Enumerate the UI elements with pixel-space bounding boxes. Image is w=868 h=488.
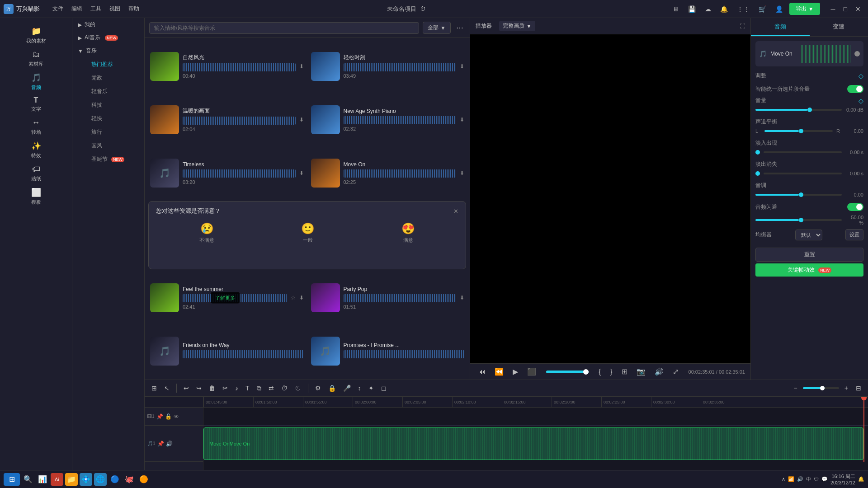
search-button[interactable]: 🔍 <box>22 473 34 486</box>
reset-button[interactable]: 重置 <box>755 248 863 262</box>
notification-icon[interactable]: 🔔 <box>858 476 864 482</box>
menu-help[interactable]: 帮助 <box>125 3 143 14</box>
volume-slider[interactable] <box>755 109 842 111</box>
toolbar-stickers[interactable]: 🏷 贴纸 <box>2 162 70 185</box>
download-icon[interactable]: ⬇ <box>299 295 304 301</box>
list-item[interactable]: New Age Synth Piano 02:32 ⬇ <box>307 93 468 146</box>
expand-button[interactable]: ⤢ <box>670 366 681 377</box>
monitor-icon[interactable]: 🖥 <box>670 4 682 14</box>
eq-preset-select[interactable]: 默认 <box>795 230 822 240</box>
download-icon[interactable]: ⬇ <box>460 170 464 176</box>
duration-icon[interactable]: ⏲ <box>292 383 303 393</box>
list-item[interactable]: 轻松时刻 03:49 ⬇ <box>307 40 468 93</box>
track-1-pin-icon[interactable]: 📌 <box>156 413 163 420</box>
download-icon[interactable]: ⬇ <box>299 63 304 70</box>
toolbar-templates[interactable]: ⬜ 模板 <box>2 185 70 208</box>
rewind-button[interactable]: ⏮ <box>476 367 488 377</box>
track-1-visible-icon[interactable]: 👁 <box>174 413 179 420</box>
sidebar-ai-music[interactable]: ▶ AI音乐 NEW <box>72 31 144 44</box>
select-icon[interactable]: ↖ <box>162 383 172 393</box>
download-icon[interactable]: ⬇ <box>299 170 304 176</box>
download-icon[interactable]: ⬇ <box>460 295 464 301</box>
zoom-slider[interactable] <box>803 387 839 389</box>
feedback-neutral[interactable]: 🙂 一般 <box>297 220 319 246</box>
start-button[interactable]: ⊞ <box>4 473 20 486</box>
ime-label[interactable]: 中 <box>806 476 811 483</box>
network-icon[interactable]: 📶 <box>788 476 794 482</box>
minimize-button[interactable]: ─ <box>827 4 839 14</box>
speed-icon[interactable]: ◻ <box>379 383 389 393</box>
ai-app[interactable]: Ai <box>51 473 63 486</box>
keyframe-button[interactable]: 关键帧动效 NEW <box>755 263 863 277</box>
audio-record-icon[interactable]: 🎤 <box>341 383 353 393</box>
sync-icon[interactable]: ↕ <box>356 383 363 393</box>
zoom-out-icon[interactable]: － <box>790 383 801 394</box>
track-1-lock-icon[interactable]: 🔓 <box>165 413 172 420</box>
zoom-in-icon[interactable]: ＋ <box>841 383 852 394</box>
list-item[interactable]: 🎵 Friends on the Way <box>146 324 307 378</box>
tab-audio[interactable]: 音频 <box>751 18 810 36</box>
vscode-app[interactable]: 💠 <box>80 473 92 486</box>
volume-button[interactable]: 🔊 <box>652 366 666 377</box>
save-icon[interactable]: 💾 <box>685 4 698 14</box>
toolbar-my-assets[interactable]: 📁 我的素材 <box>2 23 70 47</box>
close-feedback-icon[interactable]: ✕ <box>453 208 458 215</box>
audio-clip[interactable]: Move On Move On <box>203 427 863 460</box>
sidebar-upbeat[interactable]: 轻快 <box>86 112 142 125</box>
fade-in-slider[interactable] <box>764 151 842 153</box>
menu-tools[interactable]: 工具 <box>87 3 105 14</box>
play-button[interactable]: ▶ <box>510 366 521 377</box>
screenshot-button[interactable]: 📷 <box>634 366 648 377</box>
list-item[interactable]: 自然风光 00:40 ⬇ <box>146 40 307 93</box>
sidebar-tech[interactable]: 科技 <box>86 99 142 112</box>
star-icon[interactable]: ☆ <box>291 295 296 301</box>
bell-icon[interactable]: 🔔 <box>717 4 731 14</box>
user-icon[interactable]: 👤 <box>773 4 786 14</box>
undo-icon[interactable]: ↩ <box>181 383 191 393</box>
download-icon[interactable]: ⬇ <box>299 117 304 123</box>
delete-icon[interactable]: 🗑 <box>207 383 217 393</box>
sidebar-chinese[interactable]: 国风 <box>86 139 142 152</box>
menu-edit[interactable]: 编辑 <box>68 3 86 14</box>
audio-duck-toggle[interactable] <box>847 203 863 211</box>
maximize-button[interactable]: □ <box>840 4 851 14</box>
more-options-icon[interactable]: ⋯ <box>454 22 465 34</box>
tray-up-icon[interactable]: ∧ <box>782 476 785 482</box>
toolbar-effects[interactable]: ✨ 特效 <box>2 138 70 162</box>
fade-out-slider[interactable] <box>764 173 842 174</box>
cloud-icon[interactable]: ☁ <box>702 4 714 14</box>
bracket-in-button[interactable]: { <box>596 367 604 377</box>
replace-icon[interactable]: ⇄ <box>266 383 276 393</box>
smart-volume-toggle[interactable] <box>847 85 863 93</box>
clock[interactable]: 16:16 周二 2023/12/12 <box>830 473 855 485</box>
download-icon[interactable]: ⬇ <box>460 117 464 123</box>
filter-dropdown[interactable]: 全部 ▼ <box>423 22 451 34</box>
quality-selector[interactable]: 完整画质 ▼ <box>499 21 535 31</box>
eq-settings-button[interactable]: 设置 <box>845 229 863 240</box>
progress-bar[interactable] <box>546 371 589 373</box>
export-button[interactable]: 导出 ▼ <box>789 3 820 15</box>
copy-icon[interactable]: ⧉ <box>255 383 264 394</box>
feedback-unsatisfied[interactable]: 😢 不满意 <box>195 220 219 246</box>
snap-icon[interactable]: 🔒 <box>326 383 338 393</box>
cut-icon[interactable]: ✂ <box>220 383 230 393</box>
download-icon[interactable]: ⬇ <box>460 63 464 70</box>
sidebar-light[interactable]: 轻音乐 <box>86 85 142 98</box>
list-item[interactable]: Feel the summer 02:41 ☆ ⬇ 了解更多 <box>146 271 307 324</box>
audio-split-icon[interactable]: ♪ <box>233 383 241 393</box>
bracket-out-button[interactable]: } <box>607 367 615 377</box>
balance-slider[interactable] <box>764 130 833 132</box>
sidebar-christmas[interactable]: 圣诞节 NEW <box>86 153 142 166</box>
toolbar-transition[interactable]: ↔ 转场 <box>2 115 70 138</box>
feedback-satisfied[interactable]: 😍 满意 <box>397 220 420 246</box>
pitch-slider[interactable] <box>755 194 842 196</box>
audio-pin-icon[interactable]: 📌 <box>157 441 164 447</box>
sidebar-hot[interactable]: 热门推荐 <box>86 58 142 71</box>
git-app[interactable]: 🐙 <box>123 473 136 486</box>
arrange-icon[interactable]: ⊞ <box>149 383 159 393</box>
menu-file[interactable]: 文件 <box>49 3 67 14</box>
sidebar-party[interactable]: 党政 <box>86 71 142 84</box>
ai-cut-icon[interactable]: ✦ <box>366 383 376 393</box>
text-icon-2[interactable]: T <box>243 383 252 393</box>
layout-icon[interactable]: ⊟ <box>854 383 863 393</box>
